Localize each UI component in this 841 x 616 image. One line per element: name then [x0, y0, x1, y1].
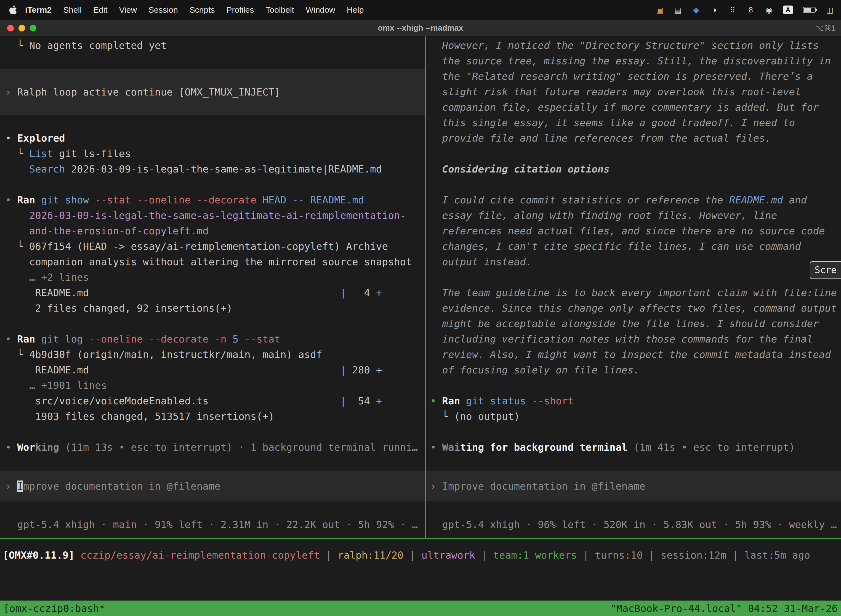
apps-grid-icon[interactable]: ⠿: [728, 5, 737, 15]
terminal-line: references need actual files, and since …: [426, 223, 841, 239]
text-segment: (11m 13s • esc to interrupt) · 1 backgro…: [59, 441, 418, 453]
text-segment: [227, 333, 233, 345]
text-segment: › Improve documentation in @filename: [430, 481, 645, 492]
text-segment: 2 files changed, 92 insertions(+): [5, 302, 233, 314]
close-button[interactable]: [7, 25, 14, 31]
text-segment: Wai: [442, 441, 460, 453]
menu-item-profiles[interactable]: Profiles: [220, 5, 259, 15]
terminal-line: evidence. Since this change only affects…: [426, 301, 841, 316]
terminal-line: 2026-03-09-is-legal-the-same-as-legitima…: [0, 208, 425, 223]
terminal-line: src/voice/voiceModeEnabled.ts | 54 +: [0, 393, 425, 409]
prompt-input[interactable]: › Improve documentation in @filename: [426, 471, 841, 502]
text-segment: 1903 files changed, 513517 insertions(+): [5, 411, 274, 422]
terminal-line: [426, 146, 841, 161]
text-segment: Search: [29, 163, 65, 175]
text-segment: └ 4b9d30f (origin/main, instructkr/main,…: [5, 349, 322, 360]
input-source-icon[interactable]: A: [783, 6, 793, 14]
window-shortcut-hint: ⌥⌘1: [815, 24, 835, 32]
text-segment: ralph:11/20: [338, 550, 403, 561]
ralph-loop-banner: › Ralph loop active continue [OMX_TMUX_I…: [0, 69, 425, 115]
text-segment: |: [643, 550, 661, 561]
text-segment: git ls-files: [53, 148, 131, 159]
text-segment: the "Related research writing" section i…: [430, 70, 813, 82]
terminal-line: └ 067f154 (HEAD -> essay/ai-reimplementa…: [0, 239, 425, 254]
text-cursor: I: [17, 481, 23, 492]
text-segment: gpt-5.4 xhigh · 96% left · 520K in · 5.8…: [430, 519, 837, 530]
model-status-line: gpt-5.4 xhigh · 96% left · 520K in · 5.8…: [426, 517, 841, 532]
terminal-line: essay file, along with finding root file…: [426, 208, 841, 223]
terminal-window: └ No agents completed yet› Ralph loop ac…: [0, 37, 841, 616]
apple-menu-icon[interactable]: [9, 5, 17, 15]
text-segment: king: [35, 441, 59, 453]
terminal-line: However, I noticed the "Directory Struct…: [426, 38, 841, 53]
stats-icon[interactable]: ▤: [674, 5, 682, 15]
screen-record-icon[interactable]: ▣: [656, 5, 664, 15]
text-segment: last:5m ago: [744, 550, 810, 561]
tmux-left-pane[interactable]: └ No agents completed yet› Ralph loop ac…: [0, 37, 425, 538]
traffic-lights: [7, 25, 37, 31]
dark-app-icon[interactable]: ◑: [710, 5, 718, 15]
terminal-line: [426, 455, 841, 471]
terminal-line: [0, 53, 425, 69]
menu-item-edit[interactable]: Edit: [88, 5, 113, 15]
minimize-button[interactable]: [19, 25, 25, 31]
text-segment: Wor: [17, 441, 35, 453]
control-center-icon[interactable]: ◫: [826, 5, 834, 15]
menu-item-view[interactable]: View: [113, 5, 143, 15]
terminal-line: [0, 455, 425, 471]
text-segment: README.md: [729, 194, 783, 205]
zoom-button[interactable]: [30, 25, 37, 31]
text-segment: gpt-5.4 xhigh · main · 91% left · 2.31M …: [5, 519, 418, 530]
text-segment: I could cite commit statistics or refere…: [430, 194, 729, 205]
text-segment: ›: [5, 87, 17, 98]
horizontal-divider: [0, 538, 841, 539]
model-status-line: gpt-5.4 xhigh · main · 91% left · 2.31M …: [0, 517, 425, 532]
keycap-8-icon[interactable]: 8: [747, 5, 755, 15]
text-segment: |: [727, 550, 744, 561]
text-segment: └: [5, 148, 29, 159]
prompt-input[interactable]: › Improve documentation in @filename: [0, 471, 425, 502]
text-segment: •: [5, 132, 17, 144]
tmux-right-pane[interactable]: However, I noticed the "Directory Struct…: [426, 37, 841, 538]
text-segment: └ (no output): [430, 411, 520, 422]
menu-item-iterm2[interactable]: iTerm2: [19, 5, 57, 15]
menu-item-shell[interactable]: Shell: [57, 5, 88, 15]
terminal-line: the "Related research writing" section i…: [426, 69, 841, 84]
terminal-line: [426, 424, 841, 440]
menu-item-scripts[interactable]: Scripts: [184, 5, 221, 15]
menu-item-help[interactable]: Help: [341, 5, 370, 15]
terminal-line: 1903 files changed, 513517 insertions(+): [0, 409, 425, 424]
terminal-line: Considering citation options: [426, 161, 841, 177]
profile-icon[interactable]: ◉: [765, 5, 773, 15]
window-titlebar[interactable]: omx --xhigh --madmax ⌥⌘1: [0, 20, 841, 37]
text-segment: •: [5, 333, 17, 345]
battery-icon[interactable]: [803, 7, 816, 13]
text-segment: [83, 333, 89, 345]
menu-item-toolbelt[interactable]: Toolbelt: [260, 5, 300, 15]
menu-item-window[interactable]: Window: [300, 5, 341, 15]
blue-app-icon[interactable]: ◆: [692, 5, 700, 15]
terminal-line: [426, 270, 841, 285]
text-segment: [89, 194, 95, 205]
text-segment: |: [320, 550, 338, 561]
omx-status-bar: [OMX#0.11.9] cczip/essay/ai-reimplementa…: [0, 547, 841, 563]
terminal-line: [426, 378, 841, 393]
text-segment: Ran: [17, 333, 35, 345]
tmux-host-clock: "MacBook-Pro-44.local" 04:52 31-Mar-26: [610, 603, 838, 614]
terminal-line: 2 files changed, 92 insertions(+): [0, 301, 425, 316]
text-segment: and-the-erosion-of-copyleft.md: [5, 225, 209, 236]
text-segment: cczip/essay/ai-reimplementation-copyleft: [81, 550, 320, 561]
text-segment: essay file, along with finding root file…: [430, 210, 777, 221]
text-segment: companion file, especially if more comme…: [430, 101, 819, 113]
text-segment: changes, I can't cite specific file line…: [430, 241, 801, 252]
text-segment: Considering citation options: [430, 163, 610, 175]
text-segment: README.md | 4 +: [5, 287, 382, 298]
menu-item-session[interactable]: Session: [143, 5, 184, 15]
menubar-items: ShellEditViewSessionScriptsProfilesToolb…: [57, 5, 369, 15]
macos-menubar: iTerm2 ShellEditViewSessionScriptsProfil…: [0, 0, 841, 20]
terminal-line: • Waiting for background terminal (1m 41…: [426, 440, 841, 455]
text-segment: git log: [41, 333, 83, 345]
terminal-line: and-the-erosion-of-copyleft.md: [0, 223, 425, 239]
terminal-line: output instead.: [426, 254, 841, 270]
text-segment: the source tree, missing the essay. Stil…: [430, 55, 831, 66]
